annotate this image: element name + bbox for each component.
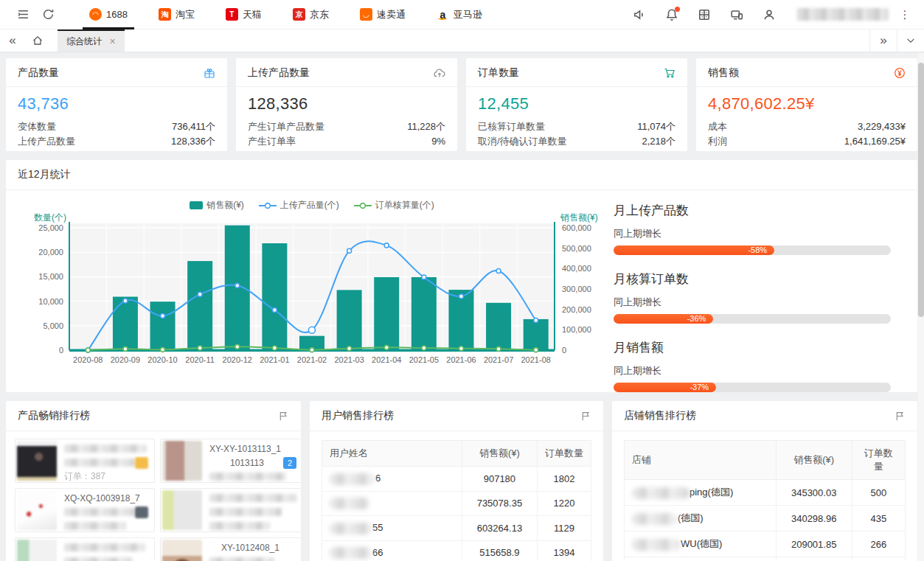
name-redacted [330, 473, 375, 485]
last-12-months-card: 近12月统计 销售额(¥)上传产品量(个)订单核算量(个) 05,00010,0… [6, 160, 917, 392]
svg-text:数量(个): 数量(个) [34, 213, 66, 223]
announcement-icon[interactable] [623, 0, 656, 29]
svg-text:2021-03: 2021-03 [334, 355, 364, 364]
stat-value: 128,336个 [171, 134, 215, 149]
stat-label: 上传产品数量 [18, 134, 75, 149]
legend-line-swatch [354, 202, 372, 209]
svg-text:5,000: 5,000 [43, 321, 63, 330]
legend-item[interactable]: 上传产品量(个) [259, 199, 339, 212]
platform-tab-速卖通[interactable]: ◡速卖通 [344, 0, 421, 29]
user-sales-table: 用户姓名 销售额(¥) 订单数量 69071801802735078.35122… [322, 440, 591, 561]
svg-text:200,000: 200,000 [562, 305, 591, 314]
svg-text:10,000: 10,000 [38, 297, 63, 306]
username-redacted [797, 8, 889, 21]
refresh-icon[interactable] [35, 0, 60, 29]
legend-label: 销售额(¥) [206, 199, 244, 212]
more-menu-icon[interactable]: ⋮ [896, 8, 914, 21]
topbar: ◠1688淘淘宝T天猫京京东◡速卖通a亚马逊 ⋮ [0, 0, 924, 29]
name-redacted [632, 513, 678, 525]
apps-grid-icon[interactable] [688, 0, 720, 29]
svg-text:0: 0 [562, 346, 566, 355]
growth-value: -36% [614, 314, 713, 324]
product-card[interactable]: XQ-XQ-1003918_7 [15, 488, 155, 532]
devices-icon[interactable] [720, 0, 753, 29]
name-redacted [330, 498, 369, 509]
scroll-tabs-right-icon[interactable]: » [869, 29, 897, 52]
collapse-menu-icon[interactable] [10, 0, 35, 29]
platform-tab-淘宝[interactable]: 淘淘宝 [143, 0, 210, 29]
badge-redacted [135, 506, 148, 518]
stat-cards-row: 产品数量 43,736 变体数量736,411个 上传产品数量128,336个 … [6, 58, 917, 151]
chart-legend: 销售额(¥)上传产品量(个)订单核算量(个) [10, 195, 614, 213]
product-image-redacted [17, 490, 57, 530]
alibaba-icon: ◠ [89, 8, 102, 21]
column-header: 订单数量 [537, 441, 591, 467]
column-header: 销售额(¥) [462, 441, 537, 467]
table-row: 735078.351220 [322, 491, 591, 516]
topbar-right: ⋮ [623, 0, 914, 29]
svg-text:2021-05: 2021-05 [409, 355, 439, 364]
aliexpress-icon: ◡ [360, 8, 372, 21]
tab-close-icon[interactable]: ✕ [109, 37, 116, 46]
growth-label: 同上期增长 [614, 296, 891, 309]
product-card[interactable] [15, 537, 155, 561]
card-title: 销售额 [708, 66, 739, 80]
name-redacted [330, 547, 372, 559]
stat-label: 利润 [708, 134, 727, 149]
window-scrollbar[interactable] [918, 53, 924, 561]
platform-tab-1688[interactable]: ◠1688 [74, 0, 143, 29]
jd-icon: 京 [293, 8, 305, 21]
card-value: 12,455 [478, 94, 675, 114]
legend-label: 上传产品量(个) [280, 199, 339, 212]
card-title: 产品数量 [18, 66, 59, 80]
platform-tab-亚马逊[interactable]: a亚马逊 [421, 0, 498, 29]
flag-icon[interactable] [895, 411, 906, 422]
flag-icon[interactable] [278, 411, 289, 422]
svg-text:2021-04: 2021-04 [372, 355, 401, 364]
svg-text:15,000: 15,000 [38, 272, 63, 281]
tab-comprehensive-statistics[interactable]: 综合统计 ✕ [58, 29, 125, 52]
shop-sales-ranking-panel: 店铺销售排行榜 店铺 销售额(¥) 订单数量 ping(德国)345300.03… [612, 401, 917, 561]
legend-item[interactable]: 销售额(¥) [190, 199, 244, 212]
svg-text:2020-12: 2020-12 [223, 355, 252, 364]
table-row: (德国)340298.96435 [625, 506, 906, 532]
scroll-tabs-left-icon[interactable]: « [0, 29, 25, 52]
product-image-redacted [17, 441, 57, 481]
product-card[interactable] [160, 488, 301, 532]
flag-icon[interactable] [580, 411, 591, 422]
table-row: 55603264.131129 [322, 516, 591, 541]
product-image-redacted [162, 540, 202, 561]
product-card[interactable]: 订单：387 [15, 439, 155, 483]
growth-panel: 月上传产品数同上期增长-58%月核算订单数同上期增长-36%月销售额同上期增长-… [614, 190, 917, 408]
card-product-count: 产品数量 43,736 变体数量736,411个 上传产品数量128,336个 [6, 58, 227, 151]
legend-item[interactable]: 订单核算量(个) [354, 199, 434, 212]
legend-label: 订单核算量(个) [375, 199, 434, 212]
growth-title: 月销售额 [614, 339, 891, 356]
svg-text:20,000: 20,000 [38, 248, 63, 257]
scrollbar-thumb[interactable] [918, 63, 924, 317]
platform-tab-京东[interactable]: 京京东 [277, 0, 344, 29]
svg-text:2020-11: 2020-11 [185, 355, 215, 364]
product-card[interactable]: XY-XY-1013113_1 1013113 2 [160, 439, 301, 483]
table-row: ping(德国)345300.03500 [625, 480, 906, 506]
stat-label: 产生订单率 [248, 134, 296, 149]
legend-line-swatch [259, 202, 277, 209]
growth-item: 月核算订单数同上期增长-36% [614, 271, 891, 324]
table-row: 69071801802 [322, 467, 591, 492]
tabs-dropdown-icon[interactable] [897, 29, 924, 52]
legend-bar-swatch [190, 201, 203, 209]
table-row: n(日本)199265.69840 [625, 557, 906, 561]
platform-tab-label: 亚马逊 [454, 8, 482, 21]
name-redacted [632, 539, 681, 551]
column-header: 订单数量 [852, 441, 905, 480]
home-icon[interactable] [25, 29, 50, 52]
ranking-panels-row: 产品畅销排行榜 订单：387 XY-XY-1013113_1 10 [6, 401, 917, 561]
account-icon[interactable] [753, 0, 785, 29]
notification-bell-icon[interactable] [656, 0, 688, 29]
card-value: 43,736 [18, 94, 215, 114]
product-card[interactable]: XY-1012408_1 [160, 537, 301, 561]
svg-text:2021-01: 2021-01 [260, 355, 289, 364]
amazon-icon: a [437, 8, 449, 21]
platform-tab-天猫[interactable]: T天猫 [210, 0, 277, 29]
svg-text:2021-02: 2021-02 [297, 355, 327, 364]
